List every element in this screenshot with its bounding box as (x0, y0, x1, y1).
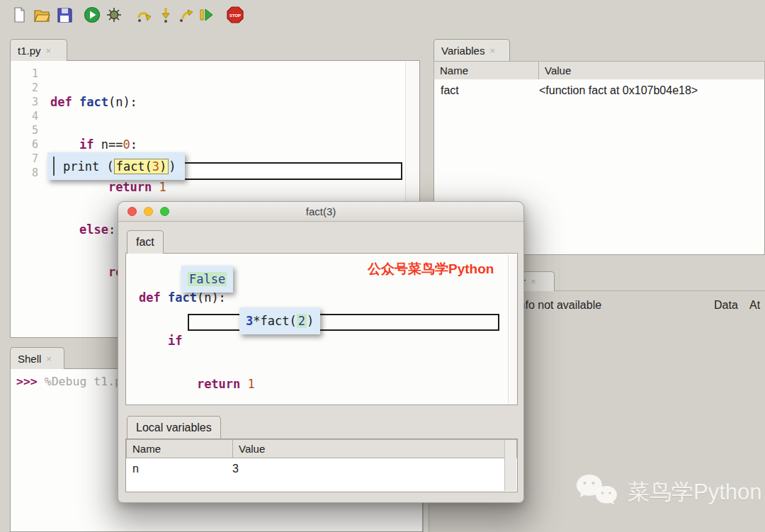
run-icon (83, 6, 101, 24)
editor-tab-label: t1.py (18, 45, 41, 57)
new-file-button[interactable] (10, 6, 28, 24)
code-line: return 1 (139, 377, 517, 391)
focused-expression: fact(3) (114, 159, 169, 174)
zoom-window-button[interactable] (160, 207, 169, 216)
step-out-icon (176, 6, 195, 24)
table-row[interactable]: fact <function fact at 0x107b04e18> (434, 79, 764, 97)
tab-fact-frame[interactable]: fact (127, 230, 164, 254)
minimize-window-button[interactable] (144, 207, 153, 216)
table-scrollbar[interactable] (504, 440, 516, 491)
resume-icon (198, 6, 216, 24)
inspector-attributes-button[interactable]: At (749, 299, 760, 312)
variable-name: n (126, 463, 232, 475)
inspector-data-button[interactable]: Data (714, 299, 738, 312)
step-over-button[interactable] (135, 6, 154, 24)
variable-value: <function fact at 0x107b04e18> (539, 84, 698, 97)
step-into-icon (157, 6, 175, 24)
column-header-name[interactable]: Name (434, 62, 539, 79)
debug-button[interactable] (105, 6, 123, 24)
step-over-icon (135, 6, 154, 24)
stop-button[interactable]: STOP (226, 6, 244, 24)
column-header-name[interactable]: Name (127, 440, 233, 458)
tab-variables[interactable]: Variables × (434, 39, 510, 61)
open-file-button[interactable] (33, 6, 51, 24)
brand-text: 菜鸟学Python (628, 477, 762, 507)
thonny-ide-window: STOP t1.py × 12 34 56 78 def fact(n): if… (0, 0, 765, 532)
inspector-status: info not available (516, 299, 601, 312)
column-header-value[interactable]: Value (233, 440, 516, 458)
evaluated-value: False (188, 272, 227, 286)
step-into-button[interactable] (157, 6, 175, 24)
close-window-button[interactable] (128, 207, 137, 216)
debug-call-window: fact(3) fact def fact(n): if return 1 el… (118, 201, 524, 503)
close-icon[interactable]: × (46, 353, 52, 364)
close-icon[interactable]: × (46, 45, 52, 56)
code-line: def fact(n): (139, 290, 517, 305)
close-icon[interactable]: × (489, 45, 495, 56)
local-variables-header: Name Value (126, 439, 517, 458)
tab-t1py[interactable]: t1.py × (10, 39, 67, 61)
save-file-button[interactable] (55, 6, 74, 24)
svg-text:STOP: STOP (230, 13, 241, 18)
local-variables-table: Name Value n 3 (125, 438, 518, 492)
variable-value: 3 (232, 463, 239, 475)
code-line: if n==0: (50, 137, 239, 152)
shell-command: %Debug t1.p (45, 375, 122, 388)
popup-title: fact(3) (306, 205, 336, 217)
save-icon (55, 6, 74, 24)
tab-shell[interactable]: Shell × (10, 347, 64, 369)
tab-local-variables[interactable]: Local variables (127, 416, 221, 438)
main-toolbar: STOP (0, 0, 765, 30)
shell-prompt: >>> (16, 375, 38, 388)
new-file-icon (10, 6, 28, 24)
shell-tab-label: Shell (18, 353, 41, 365)
run-button[interactable] (83, 6, 101, 24)
stop-icon: STOP (226, 6, 244, 24)
resume-button[interactable] (198, 6, 216, 24)
variable-name: fact (434, 84, 539, 97)
variables-table-header: Name Value (434, 61, 765, 80)
active-statement-box (188, 314, 499, 331)
column-header-value[interactable]: Value (539, 62, 764, 79)
code-line: def fact(n): (50, 95, 239, 109)
statement-eval-tooltip: print (fact(3)) (47, 152, 185, 180)
condition-eval-tooltip: False (181, 266, 233, 293)
close-icon[interactable]: × (531, 276, 536, 287)
wechat-icon (575, 473, 619, 511)
red-watermark: 公众号菜鸟学Python (368, 260, 494, 278)
popup-titlebar[interactable]: fact(3) (118, 202, 523, 222)
code-line: if (139, 334, 517, 348)
brand-watermark: 菜鸟学Python (575, 473, 762, 511)
code-line: return 1 (50, 180, 239, 194)
debug-icon (105, 6, 123, 24)
open-folder-icon (33, 6, 51, 24)
variables-tab-label: Variables (441, 45, 484, 57)
expression-eval-tooltip: 3*fact(2) (239, 307, 320, 334)
frame-scrollbar[interactable] (508, 254, 517, 404)
step-out-button[interactable] (176, 6, 195, 24)
text-cursor (53, 157, 55, 176)
line-number-gutter: 12 34 56 78 (11, 61, 45, 337)
